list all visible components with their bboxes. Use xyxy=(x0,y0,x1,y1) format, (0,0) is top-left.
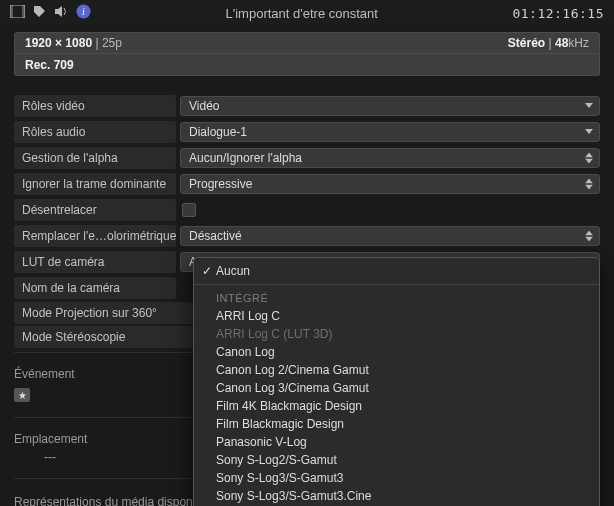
svg-marker-13 xyxy=(585,231,593,236)
audio-mode: Stéréo xyxy=(508,36,545,50)
tag-icon[interactable] xyxy=(33,5,46,21)
sample-unit: kHz xyxy=(568,36,589,50)
menu-item-lut[interactable]: Film 4K Blackmagic Design xyxy=(194,397,599,415)
svg-rect-1 xyxy=(10,5,13,18)
audio-format: Stéréo | 48kHz xyxy=(508,36,589,50)
select-dominance[interactable]: Progressive xyxy=(180,174,600,194)
header-view-icons: i xyxy=(10,4,91,22)
chevron-down-icon xyxy=(585,103,593,109)
select-alpha[interactable]: Aucun/Ignorer l'alpha xyxy=(180,148,600,168)
timecode: 01:12:16:15 xyxy=(512,6,604,21)
info-icon[interactable]: i xyxy=(76,4,91,22)
format-bar: 1920 × 1080 | 25p Stéréo | 48kHz xyxy=(14,32,600,54)
media-rep-label: Représentations du média dispon xyxy=(14,495,193,506)
label-override-color: Remplacer l'e…olorimétrique xyxy=(14,225,176,247)
checkbox-deinterlace[interactable] xyxy=(182,203,196,217)
color-profile: Rec. 709 xyxy=(25,58,74,72)
svg-marker-14 xyxy=(585,237,593,242)
svg-marker-7 xyxy=(585,103,593,108)
svg-marker-11 xyxy=(585,179,593,184)
select-video-roles[interactable]: Vidéo xyxy=(180,96,600,116)
event-star-icon[interactable]: ★ xyxy=(14,388,30,402)
speaker-icon[interactable] xyxy=(54,5,68,21)
select-audio-roles[interactable]: Dialogue-1 xyxy=(180,122,600,142)
select-override-color[interactable]: Désactivé xyxy=(180,226,600,246)
menu-section-builtin: INTÉGRÉ xyxy=(194,289,599,307)
color-profile-bar: Rec. 709 xyxy=(14,54,600,76)
cam-lut-menu[interactable]: Aucun INTÉGRÉ ARRI Log C ARRI Log C (LUT… xyxy=(193,257,600,506)
menu-item-lut[interactable]: Panasonic V-Log xyxy=(194,433,599,451)
menu-item-lut[interactable]: Sony S-Log3/S-Gamut3.Cine xyxy=(194,487,599,505)
menu-item-lut[interactable]: Film Blackmagic Design xyxy=(194,415,599,433)
stepper-icon xyxy=(585,153,593,164)
menu-item-lut[interactable]: Sony S-Log3/S-Gamut3 xyxy=(194,469,599,487)
label-dominance: Ignorer la trame dominante xyxy=(14,173,176,195)
stepper-icon xyxy=(585,231,593,242)
film-icon[interactable] xyxy=(10,5,25,21)
inspector-header: i L'important d'etre constant 01:12:16:1… xyxy=(0,0,614,26)
label-audio-roles: Rôles audio xyxy=(14,121,176,143)
sample-rate: 48 xyxy=(555,36,568,50)
label-cam-name: Nom de la caméra xyxy=(14,277,176,299)
svg-marker-4 xyxy=(55,6,62,17)
clip-title: L'important d'etre constant xyxy=(91,6,512,21)
label-alpha: Gestion de l'alpha xyxy=(14,147,176,169)
menu-item-lut[interactable]: Canon Log 2/Cinema Gamut xyxy=(194,361,599,379)
chevron-down-icon xyxy=(585,129,593,135)
menu-item-lut[interactable]: Sony S-Log2/S-Gamut xyxy=(194,451,599,469)
menu-item-lut-disabled: ARRI Log C (LUT 3D) xyxy=(194,325,599,343)
svg-marker-3 xyxy=(34,6,45,17)
menu-item-none[interactable]: Aucun xyxy=(194,262,599,280)
resolution-fps: 1920 × 1080 | 25p xyxy=(25,36,122,50)
svg-marker-9 xyxy=(585,153,593,158)
resolution: 1920 × 1080 xyxy=(25,36,92,50)
framerate: 25p xyxy=(102,36,122,50)
svg-text:i: i xyxy=(82,6,85,17)
svg-marker-12 xyxy=(585,185,593,190)
label-cam-lut: LUT de caméra xyxy=(14,251,176,273)
menu-item-lut[interactable]: Canon Log xyxy=(194,343,599,361)
menu-item-lut[interactable]: ARRI Log C xyxy=(194,307,599,325)
stepper-icon xyxy=(585,179,593,190)
svg-marker-10 xyxy=(585,159,593,164)
label-deinterlace: Désentrelacer xyxy=(14,199,176,221)
svg-marker-8 xyxy=(585,129,593,134)
label-video-roles: Rôles vidéo xyxy=(14,95,176,117)
menu-item-lut[interactable]: Canon Log 3/Cinema Gamut xyxy=(194,379,599,397)
svg-rect-2 xyxy=(22,5,25,18)
menu-separator xyxy=(194,284,599,285)
